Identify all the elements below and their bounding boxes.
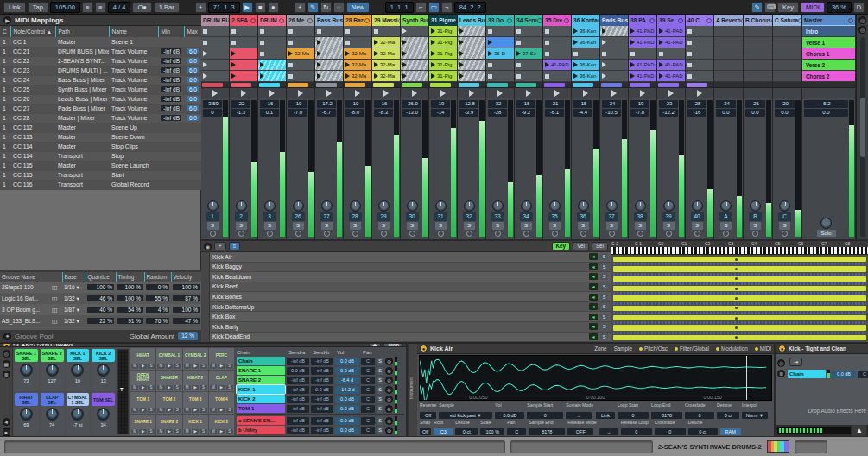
param-value[interactable]: C3: [434, 428, 453, 435]
groove-commit-icon[interactable]: ◫: [50, 315, 62, 326]
pad-mute-button[interactable]: M: [210, 385, 217, 390]
arm-button[interactable]: [782, 231, 788, 237]
stop-clips-button[interactable]: [572, 88, 599, 98]
midi-mapping-row[interactable]: 1CC 113MasterScene Down: [0, 132, 201, 142]
stop-clips-button[interactable]: [201, 88, 229, 98]
groove-pool-toggle-icon[interactable]: ●: [3, 332, 11, 340]
pad-solo-button[interactable]: S: [148, 364, 155, 369]
pad-play-button[interactable]: ▶: [166, 385, 173, 390]
macro-knob[interactable]: [97, 408, 110, 421]
solo-button[interactable]: S: [321, 222, 333, 230]
track-header[interactable]: 33 Do: [486, 15, 514, 26]
tempo-field[interactable]: 105.00: [50, 2, 80, 13]
scene-slot[interactable]: Chorus 2: [802, 71, 855, 82]
stop-clips-button[interactable]: [230, 88, 257, 98]
clip-slot[interactable]: [201, 37, 229, 48]
clip-slot[interactable]: [744, 71, 772, 82]
track-header[interactable]: 31 Pigme: [429, 15, 457, 26]
track-header[interactable]: Synth Buss: [401, 15, 428, 26]
arm-button[interactable]: [580, 231, 586, 237]
pad-mute-button[interactable]: M: [157, 429, 164, 434]
macro-knob[interactable]: [71, 364, 84, 377]
track-volume-value[interactable]: -10.5: [602, 109, 621, 117]
stop-clips-button[interactable]: [773, 88, 801, 98]
mapping-min-value[interactable]: -inf dB: [161, 48, 181, 54]
pad-mute-button[interactable]: M: [184, 429, 191, 434]
clip-slot[interactable]: [543, 26, 571, 37]
clip-slot[interactable]: [287, 71, 314, 82]
groove-value[interactable]: 76 %: [146, 318, 169, 324]
groove-commit-icon[interactable]: ◫: [50, 293, 62, 304]
chain-solo-button[interactable]: S: [377, 417, 383, 425]
arm-button[interactable]: [324, 231, 330, 237]
pad-solo-button[interactable]: S: [226, 364, 233, 369]
clip-slot[interactable]: [258, 37, 286, 48]
clip-slot[interactable]: [401, 48, 428, 60]
nudge-down-button[interactable]: ≡: [82, 2, 93, 13]
clip-slot[interactable]: [201, 26, 229, 37]
track-volume-value[interactable]: 0.1: [260, 109, 279, 117]
param-value[interactable]: 100 %: [480, 428, 504, 435]
solo-button[interactable]: S: [435, 222, 447, 230]
clip-slot[interactable]: [458, 48, 485, 60]
chain-volume[interactable]: 0.0 dB: [335, 417, 359, 425]
tap-tempo-button[interactable]: Tap: [28, 2, 48, 13]
groove-base-cell[interactable]: 1/16 ▾: [62, 282, 86, 293]
clip-slot[interactable]: [230, 48, 257, 60]
clip-slot[interactable]: [686, 71, 713, 82]
track-activator[interactable]: 29: [377, 212, 390, 221]
chain-pan[interactable]: C: [361, 417, 375, 425]
clip-slot[interactable]: 36-Kon: [572, 71, 599, 82]
sampler-on-icon[interactable]: ●: [420, 345, 428, 352]
track-volume-value[interactable]: -7.8: [630, 109, 649, 117]
clip-slot[interactable]: 41-PAD: [657, 26, 685, 37]
track-activator[interactable]: 28: [349, 212, 362, 221]
clip-slot[interactable]: 41-PAD: [657, 60, 685, 71]
groove-commit-icon[interactable]: ◫: [50, 282, 62, 293]
chain-pan[interactable]: C: [361, 396, 375, 403]
drum-pad[interactable]: OPEN HIHATM▶S: [130, 370, 155, 392]
groove-column-header[interactable]: Timing: [116, 272, 144, 282]
track-activator[interactable]: 32: [463, 212, 476, 221]
param-value[interactable]: C: [507, 428, 526, 435]
chain-send-a[interactable]: -inf dB: [287, 377, 309, 384]
groove-value[interactable]: 100 %: [173, 284, 200, 290]
clip-slot[interactable]: 31-Pig: [429, 37, 457, 48]
fx-show-devices-icon[interactable]: ≣: [777, 370, 785, 377]
pad-mute-button[interactable]: M: [131, 364, 138, 369]
arm-button[interactable]: [381, 231, 387, 237]
zone-solo-button[interactable]: S: [600, 303, 608, 310]
arm-button[interactable]: [267, 231, 273, 237]
reenable-automation-button[interactable]: ↻: [320, 2, 332, 13]
clip-slot[interactable]: [458, 71, 485, 82]
clip-slot[interactable]: [600, 48, 628, 60]
param-value[interactable]: Off: [420, 412, 436, 419]
zone-solo-button[interactable]: S: [600, 314, 608, 320]
track-volume-value[interactable]: -1.3: [231, 109, 250, 117]
mapping-min-value[interactable]: -inf dB: [161, 115, 181, 121]
groove-column-header[interactable]: Velocity: [171, 272, 201, 282]
zone-solo-button[interactable]: S: [600, 283, 608, 290]
clip-slot[interactable]: [686, 26, 713, 37]
pad-mute-button[interactable]: M: [184, 408, 191, 413]
track-header[interactable]: 39 Se: [657, 15, 685, 26]
sample-zone-row[interactable]: Kick Beatdown◄S: [210, 272, 611, 282]
chain-solo-button[interactable]: S: [377, 358, 383, 365]
ableton-logo-icon[interactable]: ▲: [852, 425, 866, 436]
track-header[interactable]: 26 Me: [287, 15, 314, 26]
vertical-scrollbar[interactable]: [860, 37, 865, 238]
chain-send-b[interactable]: -inf dB: [311, 417, 333, 425]
mapping-max-value[interactable]: 6.0: [187, 115, 199, 121]
scroll-down-icon[interactable]: ◎: [858, 26, 866, 34]
pad-solo-button[interactable]: S: [148, 429, 155, 434]
pad-mute-button[interactable]: M: [131, 408, 138, 413]
track-volume-value[interactable]: -3.9: [459, 109, 478, 117]
groove-value[interactable]: 55 %: [146, 295, 169, 301]
clip-slot[interactable]: [201, 48, 229, 60]
pan-knob[interactable]: [521, 200, 532, 212]
clip-slot[interactable]: [258, 48, 286, 60]
groove-value[interactable]: 46 %: [87, 295, 114, 301]
loop-end-marker[interactable]: [746, 356, 747, 400]
show-devices-icon[interactable]: ◄: [3, 418, 10, 426]
param-value[interactable]: Link: [596, 412, 615, 419]
